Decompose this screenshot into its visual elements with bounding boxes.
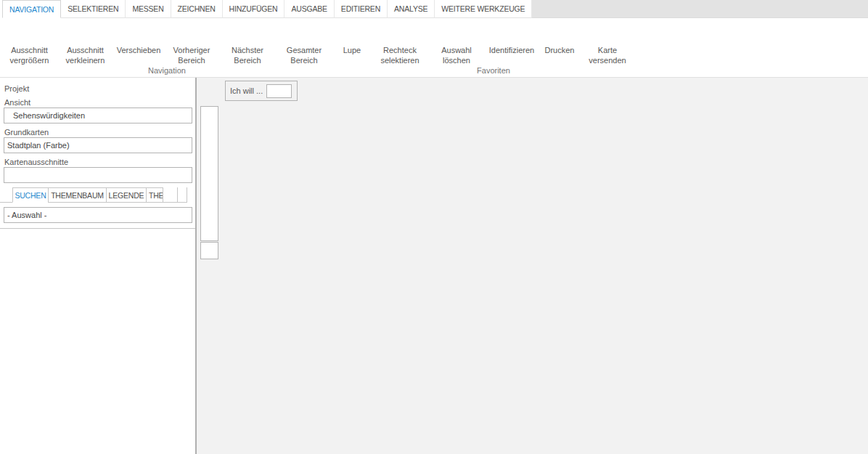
ribbon-group-buttons: Ausschnitt vergrößern Ausschnitt verklei… bbox=[1, 18, 332, 66]
kartenausschnitte-label: Kartenausschnitte bbox=[4, 158, 195, 167]
ribbon-button-lupe[interactable]: Lupe bbox=[332, 18, 372, 66]
ribbon-tab-analyse[interactable]: ANALYSE bbox=[388, 0, 435, 18]
sidebar-tab-themen[interactable]: THEMEN bbox=[146, 187, 163, 203]
button-label: Nächster bbox=[219, 45, 276, 55]
ribbon-button-naechster-bereich[interactable]: Nächster Bereich bbox=[219, 18, 276, 66]
button-label: Vorheriger bbox=[164, 45, 219, 55]
kartenausschnitte-select[interactable] bbox=[4, 167, 192, 183]
button-label: Gesamter bbox=[276, 45, 332, 55]
ribbon-button-gesamter-bereich[interactable]: Gesamter Bereich bbox=[276, 18, 332, 66]
button-label: selektieren bbox=[372, 55, 428, 65]
ribbon-button-identifizieren[interactable]: Identifizieren bbox=[485, 18, 539, 66]
grundkarten-label: Grundkarten bbox=[4, 128, 195, 137]
ribbon-button-rechteck-selektieren[interactable]: Rechteck selektieren bbox=[372, 18, 428, 66]
ich-will-widget[interactable]: Ich will ... bbox=[225, 81, 298, 101]
button-label: Drucken bbox=[539, 45, 581, 55]
sidebar-tab-suchen[interactable]: SUCHEN bbox=[12, 187, 49, 203]
sidebar-tab-filler bbox=[178, 187, 187, 203]
button-label: Bereich bbox=[276, 55, 332, 65]
zoom-slider bbox=[200, 106, 218, 259]
button-label: Lupe bbox=[332, 45, 372, 55]
ribbon-toolbar: Ausschnitt vergrößern Ausschnitt verklei… bbox=[0, 18, 868, 78]
ribbon-tab-zeichnen[interactable]: ZEICHNEN bbox=[171, 0, 223, 18]
sidebar-tab-filler bbox=[163, 187, 178, 203]
button-label: Ausschnitt bbox=[57, 45, 113, 55]
ich-will-input[interactable] bbox=[266, 84, 292, 98]
ribbon-button-karte-versenden[interactable]: Karte versenden bbox=[581, 18, 634, 66]
button-label: Verschieben bbox=[113, 45, 164, 55]
ribbon-button-verschieben[interactable]: Verschieben bbox=[113, 18, 164, 66]
ribbon-button-vorheriger-bereich[interactable]: Vorheriger Bereich bbox=[164, 18, 219, 66]
ribbon-tab-hinzufuegen[interactable]: HINZUFÜGEN bbox=[223, 0, 285, 18]
ribbon-tab-weitere-werkzeuge[interactable]: WEITERE WERKZEUGE bbox=[435, 0, 532, 18]
ribbon-button-ausschnitt-vergroessern[interactable]: Ausschnitt vergrößern bbox=[1, 18, 57, 66]
button-label: Bereich bbox=[164, 55, 219, 65]
sidebar-tab-legende[interactable]: LEGENDE bbox=[106, 187, 147, 203]
button-label: Rechteck bbox=[372, 45, 428, 55]
ribbon-group-label-favoriten: Favoriten bbox=[343, 66, 644, 77]
ich-will-label: Ich will ... bbox=[230, 86, 263, 95]
button-label: Auswahl bbox=[428, 45, 485, 55]
tab-bar-filler bbox=[532, 0, 868, 18]
ribbon-tab-navigation[interactable]: NAVIGATION bbox=[2, 0, 61, 18]
ribbon-button-auswahl-loeschen[interactable]: Auswahl löschen bbox=[428, 18, 485, 66]
button-label: versenden bbox=[581, 55, 634, 65]
grundkarten-select[interactable] bbox=[4, 137, 192, 153]
map-canvas[interactable]: Ich will ... bbox=[197, 78, 868, 454]
ribbon-tab-ausgabe[interactable]: AUSGABE bbox=[284, 0, 334, 18]
sidebar-panel: Projekt Ansicht Grundkarten Kartenaussch… bbox=[0, 78, 197, 454]
zoom-slider-track[interactable] bbox=[200, 106, 218, 241]
button-label: Identifizieren bbox=[485, 45, 539, 55]
button-label: löschen bbox=[428, 55, 485, 65]
ansicht-label: Ansicht bbox=[4, 98, 195, 108]
content-area: Projekt Ansicht Grundkarten Kartenaussch… bbox=[0, 78, 868, 454]
button-label: Karte bbox=[581, 45, 634, 55]
button-label: Bereich bbox=[219, 55, 276, 65]
project-label: Projekt bbox=[4, 84, 195, 94]
sidebar-tab-lead-filler bbox=[0, 187, 13, 203]
sidebar-divider bbox=[0, 228, 195, 229]
ribbon-tab-bar: NAVIGATION SELEKTIEREN MESSEN ZEICHNEN H… bbox=[0, 0, 868, 18]
ribbon-tab-editieren[interactable]: EDITIEREN bbox=[335, 0, 388, 18]
button-label: Ausschnitt bbox=[1, 45, 57, 55]
sidebar-tab-themenbaum[interactable]: THEMENBAUM bbox=[48, 187, 107, 203]
ansicht-select[interactable] bbox=[4, 108, 192, 123]
zoom-slider-button[interactable] bbox=[200, 242, 218, 259]
ribbon-button-drucken[interactable]: Drucken bbox=[539, 18, 581, 66]
ribbon-button-ausschnitt-verkleinern[interactable]: Ausschnitt verkleinern bbox=[57, 18, 113, 66]
ribbon-group-label-navigation: Navigation bbox=[1, 66, 332, 77]
ribbon-group-buttons: Lupe Rechteck selektieren Auswahl lösche… bbox=[332, 18, 634, 66]
ribbon-tab-selektieren[interactable]: SELEKTIEREN bbox=[61, 0, 126, 18]
auswahl-select[interactable] bbox=[4, 207, 192, 223]
ribbon-group-favoriten: Lupe Rechteck selektieren Auswahl lösche… bbox=[332, 18, 634, 77]
ribbon-tab-messen[interactable]: MESSEN bbox=[126, 0, 171, 18]
button-label: verkleinern bbox=[57, 55, 113, 65]
sidebar-tab-strip: SUCHEN THEMENBAUM LEGENDE THEMEN bbox=[0, 187, 195, 203]
ribbon-group-navigation: Ausschnitt vergrößern Ausschnitt verklei… bbox=[1, 18, 332, 77]
button-label: vergrößern bbox=[1, 55, 57, 65]
